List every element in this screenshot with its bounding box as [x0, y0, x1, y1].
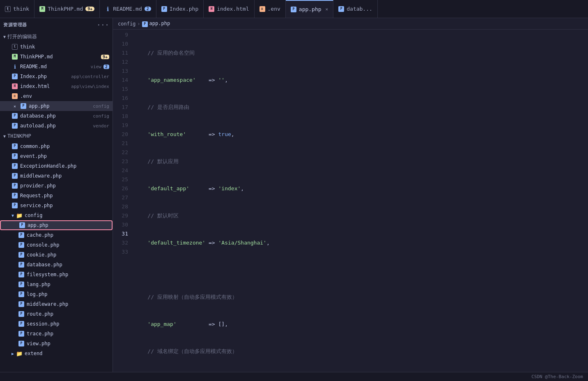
- cache-php-icon: P: [18, 232, 25, 238]
- index-php-file-icon: P: [11, 73, 18, 80]
- config-app-php-icon: P: [19, 222, 25, 229]
- ln-14: 14: [116, 76, 128, 85]
- request-php-label: Request.php: [20, 193, 109, 199]
- open-file-database[interactable]: P database.php config: [0, 111, 113, 121]
- open-file-think-label: think: [20, 44, 109, 50]
- config-middleware-php[interactable]: P middleware.php: [0, 299, 113, 309]
- file-request-php[interactable]: P Request.php: [0, 191, 113, 201]
- trace-php-icon: P: [18, 330, 25, 337]
- open-file-thinkphp-label: ThinkPHP.md: [20, 54, 99, 60]
- config-view-php[interactable]: P view.php: [0, 339, 113, 349]
- config-console-php[interactable]: P console.php: [0, 240, 113, 250]
- tab-env[interactable]: ≡ .env: [255, 0, 286, 18]
- extend-folder[interactable]: ▶ 📁 extend: [0, 349, 113, 358]
- open-editors-label: 打开的编辑器: [7, 33, 37, 40]
- cache-php-label: cache.php: [27, 232, 109, 238]
- config-route-php[interactable]: P route.php: [0, 309, 113, 319]
- open-file-readme[interactable]: ℹ README.md view 2: [0, 62, 113, 72]
- tab-close-button[interactable]: ✕: [326, 7, 328, 12]
- tab-index-html[interactable]: H index.html: [204, 0, 254, 18]
- open-file-index-php[interactable]: P Index.php app\controller: [0, 72, 113, 81]
- status-bar: CSDN @The-Back-Zoom: [0, 372, 588, 381]
- config-folder[interactable]: ▼ 📁 config: [0, 210, 113, 220]
- sidebar-title: 资源管理器: [3, 22, 27, 28]
- tab-index-php-label: Index.php: [170, 6, 198, 12]
- tab-thinkphp-md[interactable]: M ThinkPHP.md 9+: [34, 0, 100, 18]
- breadcrumb-config: config: [118, 21, 136, 27]
- env-icon: ≡: [260, 6, 265, 12]
- code-line-20: // 域名绑定（自动多应用模式有效）: [131, 347, 588, 356]
- config-lang-php[interactable]: P lang.php: [0, 279, 113, 289]
- cookie-php-label: cookie.php: [27, 252, 109, 258]
- file-provider-php[interactable]: P provider.php: [0, 181, 113, 191]
- file-exception-handle[interactable]: P ExceptionHandle.php: [0, 161, 113, 171]
- file-service-php[interactable]: P service.php: [0, 201, 113, 210]
- ln-31: 31: [116, 229, 128, 238]
- filesystem-php-label: filesystem.php: [27, 272, 109, 277]
- filesystem-php-icon: P: [18, 271, 25, 278]
- open-file-app-php-label: app.php: [29, 103, 89, 109]
- readme-file-icon: ℹ: [11, 63, 18, 70]
- config-session-php[interactable]: P session.php: [0, 319, 113, 329]
- config-cookie-php[interactable]: P cookie.php: [0, 250, 113, 260]
- tab-index-html-label: index.html: [217, 6, 249, 12]
- ln-10: 10: [116, 39, 128, 48]
- view-php-icon: P: [18, 340, 25, 347]
- tab-readme[interactable]: ℹ README.md 2: [100, 0, 156, 18]
- code-line-9: // 应用的命名空间: [131, 48, 588, 58]
- ln-13: 13: [116, 67, 128, 76]
- code-editor[interactable]: 9 10 11 12 13 14 15 16 17 18 19 20 21 22…: [113, 30, 588, 372]
- open-editors-section[interactable]: ▼ 打开的编辑器: [0, 31, 113, 42]
- tab-index-php[interactable]: P Index.php: [156, 0, 204, 18]
- config-app-php[interactable]: P app.php: [0, 220, 113, 230]
- line-numbers: 9 10 11 12 13 14 15 16 17 18 19 20 21 22…: [113, 30, 131, 372]
- thinkphp-section-arrow: ▼: [3, 134, 6, 139]
- open-file-readme-label: README.md: [20, 64, 88, 69]
- ln-27: 27: [116, 193, 128, 202]
- config-cache-php[interactable]: P cache.php: [0, 230, 113, 240]
- code-line-12: 'with_route' => true,: [131, 130, 588, 139]
- tab-bar: t think M ThinkPHP.md 9+ ℹ README.md 2 P…: [0, 0, 588, 18]
- log-php-label: log.php: [27, 291, 109, 297]
- sidebar-actions: ···: [96, 21, 109, 29]
- database-php-file-icon: P: [11, 113, 18, 119]
- tab-think[interactable]: t think: [0, 0, 34, 18]
- config-log-php[interactable]: P log.php: [0, 289, 113, 299]
- config-filesystem-php[interactable]: P filesystem.php: [0, 270, 113, 279]
- status-right: CSDN @The-Back-Zoom: [531, 374, 583, 379]
- view-php-label: view.php: [27, 341, 109, 346]
- think-icon: t: [11, 44, 18, 50]
- main-layout: 资源管理器 ··· ▼ 打开的编辑器 t think M ThinkPHP.md…: [0, 18, 588, 372]
- config-trace-php[interactable]: P trace.php: [0, 329, 113, 339]
- ln-32: 32: [116, 238, 128, 247]
- thinkphp-section[interactable]: ▼ THINKPHP: [0, 131, 113, 141]
- open-file-autoload[interactable]: P autoload.php vendor: [0, 121, 113, 131]
- ln-22: 22: [116, 148, 128, 157]
- log-php-icon: P: [18, 291, 25, 298]
- autoload-php-icon: P: [11, 122, 18, 129]
- open-file-think[interactable]: t think: [0, 42, 113, 52]
- file-event-php[interactable]: P event.php: [0, 151, 113, 161]
- code-line-15: // 默认时区: [131, 211, 588, 220]
- index-php-icon: P: [161, 6, 167, 12]
- readme-icon: ℹ: [105, 6, 110, 12]
- ln-33: 33: [116, 247, 128, 256]
- middleware-php-label: middleware.php: [20, 173, 109, 179]
- breadcrumb-php-icon: P: [142, 21, 148, 27]
- code-line-11: // 是否启用路由: [131, 103, 588, 112]
- open-file-app-php[interactable]: ✕ P app.php config: [0, 101, 113, 111]
- tab-database[interactable]: P datab...: [333, 0, 378, 18]
- tab-thinkphp-label: ThinkPHP.md: [48, 6, 83, 12]
- open-file-thinkphp[interactable]: M ThinkPHP.md 9+: [0, 52, 113, 62]
- close-x-icon[interactable]: ✕: [11, 103, 18, 109]
- open-file-index-html[interactable]: H index.html app\view\index: [0, 81, 113, 91]
- tab-app-php[interactable]: P app.php ✕: [286, 0, 333, 18]
- database-sublabel: config: [93, 113, 109, 119]
- route-php-label: route.php: [27, 311, 109, 317]
- file-middleware-php[interactable]: P middleware.php: [0, 171, 113, 181]
- tab-env-label: .env: [268, 6, 280, 12]
- config-database-php[interactable]: P database.php: [0, 260, 113, 270]
- open-file-env[interactable]: ≡ .env: [0, 91, 113, 101]
- sidebar-more-icon[interactable]: ···: [96, 21, 109, 29]
- file-common-php[interactable]: P common.php: [0, 141, 113, 151]
